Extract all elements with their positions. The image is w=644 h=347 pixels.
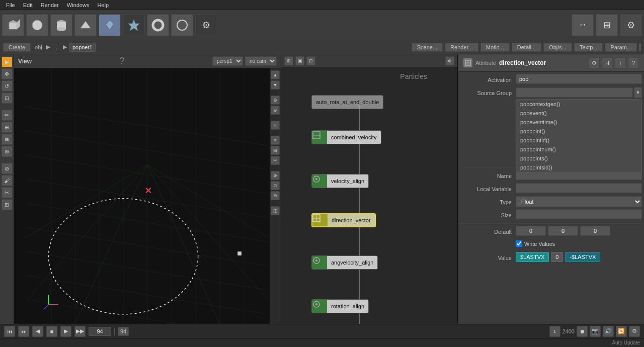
node-velocity-align[interactable]: velocity_align — [311, 174, 369, 188]
dropdown-item-8[interactable]: poppointsid() — [516, 163, 641, 172]
dropdown-item-2[interactable]: popevent() — [516, 109, 641, 118]
audio-btn[interactable]: 🔊 — [603, 326, 614, 337]
vr-btn-7[interactable]: ⊞ — [271, 146, 280, 155]
loop-btn[interactable]: 🔁 — [616, 326, 627, 337]
view-help-icon[interactable]: ? — [120, 56, 125, 66]
tool-move[interactable]: ✥ — [2, 68, 13, 79]
persp-dropdown[interactable]: persp1 — [212, 56, 243, 66]
tool-extra3[interactable]: ⚙ — [620, 14, 642, 36]
node-direction-vector[interactable]: direction_vector — [311, 213, 376, 227]
node-tool-3[interactable]: ⊟ — [306, 56, 315, 65]
default-z[interactable] — [580, 226, 610, 236]
tool-cylinder[interactable] — [50, 14, 72, 36]
tool-settings[interactable]: ⚙ — [195, 14, 217, 36]
node-editor-panel[interactable]: ⊞ ▣ ⊟ ⊕ Particles — [281, 54, 458, 324]
camera-btn[interactable]: 📷 — [590, 326, 601, 337]
type-select[interactable]: Float Vector Integer — [516, 196, 642, 207]
transport-prev-frame[interactable]: ◀ — [32, 326, 43, 337]
attr-help-btn[interactable]: ? — [628, 57, 639, 68]
node-angvelocity[interactable]: angvelocity_align — [311, 255, 378, 270]
value-pill-3[interactable]: -$LASTVX — [565, 252, 600, 262]
tool-crystal[interactable] — [99, 14, 121, 36]
tool-extra2[interactable]: ⊞ — [596, 14, 618, 36]
tool-circle[interactable] — [171, 14, 193, 36]
dropdown-item-4[interactable]: poppoint() — [516, 127, 641, 136]
tab-param[interactable]: Param... — [605, 43, 637, 52]
dropdown-item-1[interactable]: popcontextgeo() — [516, 100, 641, 109]
transport-next-frame[interactable]: ▶▶ — [74, 326, 86, 337]
tool-torus[interactable] — [147, 14, 169, 36]
step-input[interactable]: 1 — [549, 326, 560, 337]
vr-btn-12[interactable]: ◫ — [271, 206, 280, 215]
tool-plane[interactable] — [74, 14, 97, 36]
menu-render[interactable]: Render — [37, 2, 63, 8]
attr-info-btn[interactable]: i — [615, 57, 626, 68]
dropdown-item-5[interactable]: poppointid() — [516, 136, 641, 145]
vr-btn-8[interactable]: ✂ — [271, 156, 280, 165]
menu-file[interactable]: File — [2, 2, 19, 8]
size-input[interactable] — [516, 209, 642, 219]
vr-btn-2[interactable]: ▼ — [271, 80, 280, 90]
dropdown-item-7[interactable]: poppoints() — [516, 154, 641, 163]
node-auto-rota[interactable]: auto_rota_at_end_double — [311, 95, 383, 109]
tool-star[interactable] — [123, 14, 145, 36]
dropdown-item-3[interactable]: popeventtime() — [516, 118, 641, 127]
vr-btn-9[interactable]: ⊗ — [271, 171, 280, 180]
node-tool-2[interactable]: ▣ — [295, 56, 304, 65]
tool-extra1[interactable]: ↔ — [572, 14, 594, 36]
write-values-checkbox[interactable] — [516, 240, 522, 247]
node-auto-rota-inner[interactable]: auto_rota_at_end_double — [311, 95, 383, 109]
default-y[interactable] — [548, 226, 578, 236]
activation-input[interactable] — [516, 74, 642, 84]
transport-stop[interactable]: ■ — [46, 326, 57, 337]
node-tool-4[interactable]: ⊕ — [445, 56, 454, 65]
tool-pen[interactable]: ✏ — [2, 110, 13, 121]
vr-btn-3[interactable]: ⊕ — [271, 96, 280, 105]
transport-start[interactable]: ⏮ — [4, 326, 15, 337]
tab-textp[interactable]: Textp... — [574, 43, 603, 52]
tab-detail[interactable]: Detail... — [512, 43, 541, 52]
dropdown-item-6[interactable]: poppointnum() — [516, 145, 641, 154]
value-pill-1[interactable]: $LASTVX — [516, 252, 549, 262]
transport-prev-key[interactable]: ⏭ — [18, 326, 29, 337]
current-frame-input[interactable] — [89, 327, 111, 336]
vr-btn-10[interactable]: ⊙ — [271, 181, 280, 190]
create-btn[interactable]: Create — [3, 43, 31, 52]
tool-bridge[interactable]: ⊞ — [2, 199, 13, 210]
menu-help[interactable]: Help — [93, 2, 113, 8]
node-rotation-align[interactable]: rotation_align — [311, 299, 369, 313]
tool-grab[interactable]: ⊗ — [2, 146, 13, 157]
vr-btn-4[interactable]: ⊖ — [271, 106, 280, 115]
tool-knife[interactable]: ✂ — [2, 187, 13, 198]
vr-btn-5[interactable]: ○ — [271, 121, 280, 130]
tool-box[interactable] — [2, 14, 24, 36]
record-btn[interactable]: ⏺ — [577, 326, 588, 337]
node-combined-velocity[interactable]: combined_velocity — [311, 130, 381, 144]
tool-paint[interactable]: 🖌 — [2, 175, 13, 186]
vr-btn-11[interactable]: ⊛ — [271, 191, 280, 200]
source-group-input[interactable] — [516, 88, 633, 98]
settings-btn2[interactable]: ⚙ — [629, 326, 640, 337]
tab-scene[interactable]: Scene... — [412, 43, 443, 52]
attr-h-btn[interactable]: H — [602, 57, 613, 68]
attr-gear-btn[interactable]: ⚙ — [589, 57, 600, 68]
tool-magnet[interactable]: ⊕ — [2, 122, 13, 133]
tool-crease[interactable]: ⊘ — [2, 163, 13, 174]
node-tool-1[interactable]: ⊞ — [284, 56, 293, 65]
vr-btn-6[interactable]: ≡ — [271, 136, 280, 145]
tool-smooth[interactable]: ≋ — [2, 134, 13, 145]
default-x[interactable] — [516, 226, 546, 236]
value-pill-2[interactable]: 0 — [551, 252, 563, 262]
tab-obj[interactable]: Obj/s... — [543, 43, 572, 52]
cam-dropdown[interactable]: no cam — [245, 56, 277, 66]
tool-select[interactable]: ▶ — [2, 56, 13, 67]
toolbar-more[interactable] — [639, 43, 641, 51]
path-node[interactable]: popnet1 — [69, 43, 96, 52]
tool-sphere[interactable] — [26, 14, 48, 36]
tool-scale[interactable]: ⊡ — [2, 93, 13, 104]
tab-render[interactable]: Render... — [445, 43, 478, 52]
transport-play[interactable]: ▶ — [60, 326, 71, 337]
3d-viewport[interactable]: ▲ ▼ ⊕ ⊖ ○ ≡ ⊞ ✂ ⊗ ⊙ ⊛ ◫ — [14, 68, 281, 324]
tool-rotate[interactable]: ↺ — [2, 80, 13, 92]
menu-edit[interactable]: Edit — [19, 2, 37, 8]
